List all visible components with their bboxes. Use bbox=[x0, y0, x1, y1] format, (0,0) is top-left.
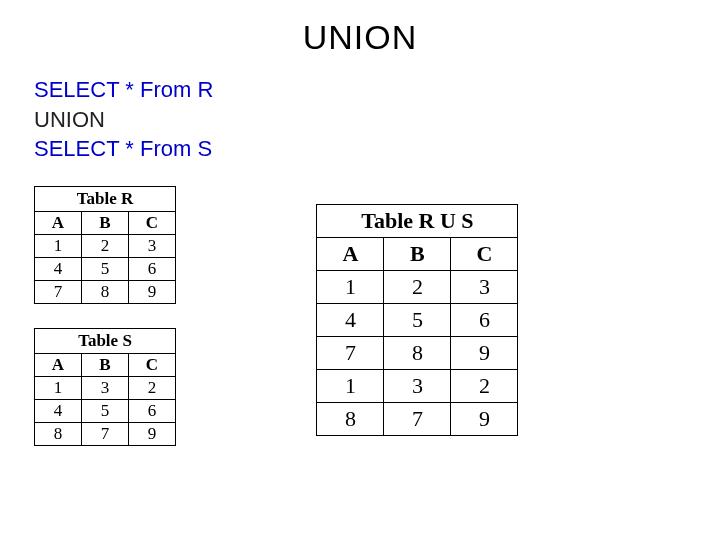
table-row: 1 3 2 bbox=[317, 370, 518, 403]
col-header: C bbox=[129, 212, 176, 235]
table-r-caption: Table R bbox=[34, 186, 176, 211]
cell: 3 bbox=[82, 377, 129, 400]
table-row: 7 8 9 bbox=[317, 337, 518, 370]
cell: 3 bbox=[384, 370, 451, 403]
col-header: B bbox=[384, 238, 451, 271]
col-header: B bbox=[82, 212, 129, 235]
sql-query-block: SELECT * From R UNION SELECT * From S bbox=[34, 75, 720, 164]
cell: 9 bbox=[129, 423, 176, 446]
cell: 8 bbox=[384, 337, 451, 370]
table-row: 8 7 9 bbox=[317, 403, 518, 436]
cell: 1 bbox=[35, 235, 82, 258]
cell: 2 bbox=[129, 377, 176, 400]
cell: 3 bbox=[451, 271, 518, 304]
cell: 4 bbox=[35, 400, 82, 423]
cell: 8 bbox=[82, 281, 129, 304]
cell: 1 bbox=[317, 271, 384, 304]
cell: 2 bbox=[82, 235, 129, 258]
cell: 6 bbox=[451, 304, 518, 337]
table-row: 1 2 3 bbox=[317, 271, 518, 304]
table-row: 4 5 6 bbox=[317, 304, 518, 337]
col-header: B bbox=[82, 354, 129, 377]
cell: 5 bbox=[82, 400, 129, 423]
table-r: Table R A B C 1 2 3 4 5 6 bbox=[34, 186, 176, 304]
cell: 8 bbox=[317, 403, 384, 436]
cell: 6 bbox=[129, 258, 176, 281]
cell: 9 bbox=[451, 403, 518, 436]
cell: 2 bbox=[384, 271, 451, 304]
table-s: Table S A B C 1 3 2 4 5 6 bbox=[34, 328, 176, 446]
cell: 5 bbox=[384, 304, 451, 337]
table-row: 8 7 9 bbox=[35, 423, 176, 446]
cell: 7 bbox=[35, 281, 82, 304]
cell: 4 bbox=[317, 304, 384, 337]
table-s-caption: Table S bbox=[34, 328, 176, 353]
cell: 7 bbox=[317, 337, 384, 370]
cell: 3 bbox=[129, 235, 176, 258]
table-row: A B C bbox=[35, 212, 176, 235]
table-rus-caption: Table R U S bbox=[316, 204, 518, 237]
table-row: 4 5 6 bbox=[35, 258, 176, 281]
cell: 4 bbox=[35, 258, 82, 281]
table-row: 1 2 3 bbox=[35, 235, 176, 258]
cell: 9 bbox=[451, 337, 518, 370]
cell: 8 bbox=[35, 423, 82, 446]
table-row: A B C bbox=[317, 238, 518, 271]
table-row: 7 8 9 bbox=[35, 281, 176, 304]
table-row: 4 5 6 bbox=[35, 400, 176, 423]
col-header: A bbox=[317, 238, 384, 271]
table-row: 1 3 2 bbox=[35, 377, 176, 400]
table-row: A B C bbox=[35, 354, 176, 377]
col-header: C bbox=[129, 354, 176, 377]
cell: 9 bbox=[129, 281, 176, 304]
sql-line-1: SELECT * From R bbox=[34, 75, 720, 105]
page-title: UNION bbox=[0, 18, 720, 57]
cell: 1 bbox=[317, 370, 384, 403]
cell: 7 bbox=[82, 423, 129, 446]
cell: 6 bbox=[129, 400, 176, 423]
cell: 1 bbox=[35, 377, 82, 400]
col-header: C bbox=[451, 238, 518, 271]
cell: 7 bbox=[384, 403, 451, 436]
cell: 2 bbox=[451, 370, 518, 403]
cell: 5 bbox=[82, 258, 129, 281]
table-rus: Table R U S A B C 1 2 3 4 5 6 bbox=[316, 204, 518, 436]
sql-line-2: UNION bbox=[34, 105, 720, 135]
sql-line-3: SELECT * From S bbox=[34, 134, 720, 164]
col-header: A bbox=[35, 354, 82, 377]
col-header: A bbox=[35, 212, 82, 235]
